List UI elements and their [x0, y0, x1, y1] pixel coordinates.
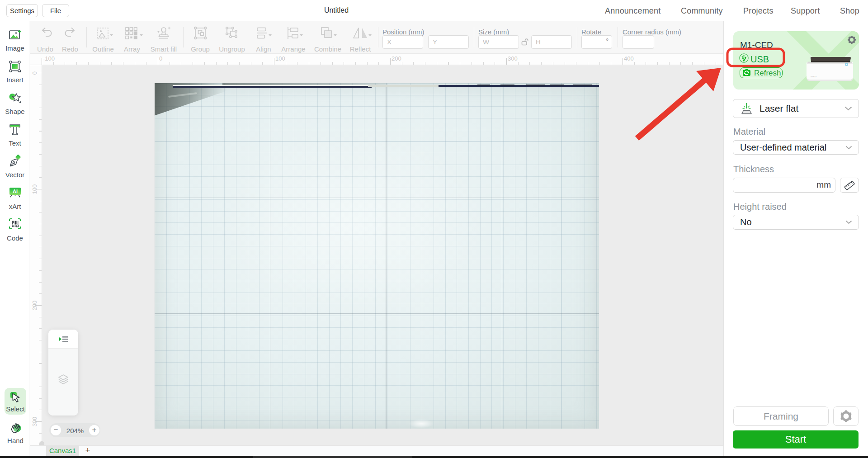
svg-text:xArt: xArt [9, 203, 22, 210]
svg-text:Image: Image [5, 44, 24, 52]
svg-text:Shape: Shape [5, 108, 24, 115]
svg-text:Text: Text [9, 139, 21, 147]
svg-text:Vector: Vector [5, 171, 25, 179]
svg-text:AI: AI [13, 189, 18, 194]
svg-text:Select: Select [6, 405, 25, 413]
svg-text:Hand: Hand [7, 437, 24, 444]
svg-text:Insert: Insert [6, 76, 24, 84]
svg-text:xTOOL•: xTOOL• [811, 76, 817, 78]
svg-text:Code: Code [7, 234, 23, 242]
